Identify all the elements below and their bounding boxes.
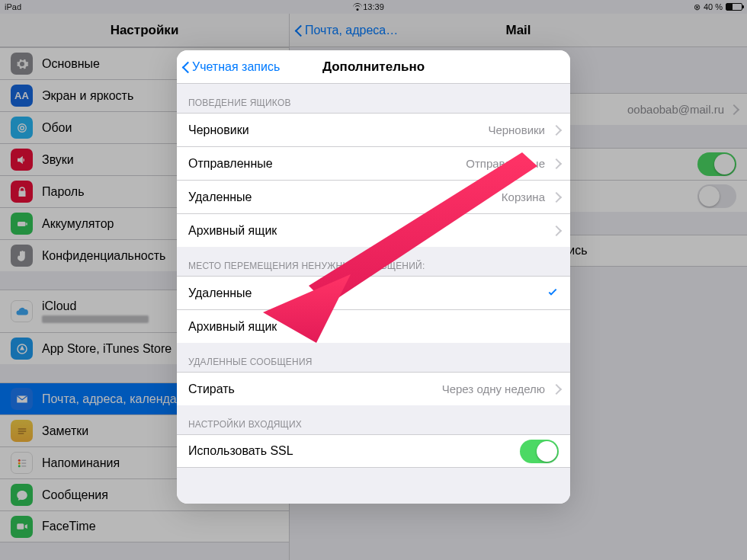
row-discard-archive[interactable]: Архивный ящик bbox=[177, 309, 570, 343]
modal-back-button[interactable]: Учетная запись bbox=[181, 59, 280, 75]
svg-rect-7 bbox=[18, 433, 24, 434]
section-move-discarded: Место перемещения ненужных сообщений: bbox=[177, 247, 570, 276]
svg-rect-13 bbox=[21, 466, 26, 467]
account-value: oobaobab@mail.ru bbox=[627, 103, 724, 116]
svg-rect-12 bbox=[21, 462, 26, 464]
detail-navbar: Почта, адреса… Mail bbox=[290, 14, 747, 47]
speaker-icon bbox=[11, 149, 33, 171]
chevron-right-icon bbox=[553, 192, 559, 203]
row-use-ssl[interactable]: Использовать SSL bbox=[177, 434, 570, 468]
svg-rect-5 bbox=[18, 428, 26, 430]
toggle-switch-off[interactable] bbox=[697, 184, 736, 208]
row-deleted[interactable]: Удаленные Корзина bbox=[177, 180, 570, 213]
text-size-icon: AA bbox=[11, 85, 33, 107]
sidebar-title: Настройки bbox=[111, 23, 179, 38]
sidebar-item-facetime[interactable]: FaceTime bbox=[0, 510, 289, 542]
notes-icon bbox=[11, 420, 33, 442]
lock-icon bbox=[11, 181, 33, 203]
row-discard-deleted[interactable]: Удаленные bbox=[177, 276, 570, 309]
reminders-icon bbox=[11, 452, 33, 474]
svg-rect-11 bbox=[21, 459, 26, 461]
row-archive[interactable]: Архивный ящик bbox=[177, 213, 570, 247]
modal-title: Дополнительно bbox=[322, 59, 425, 75]
chevron-right-icon bbox=[553, 384, 559, 395]
section-mailbox-behavior: Поведение ящиков bbox=[177, 84, 570, 113]
svg-point-0 bbox=[20, 126, 24, 130]
hand-icon bbox=[11, 245, 33, 267]
detail-title: Mail bbox=[505, 23, 531, 38]
advanced-modal: Учетная запись Дополнительно Поведение я… bbox=[177, 50, 570, 504]
battery-icon bbox=[726, 3, 742, 11]
row-drafts[interactable]: Черновики Черновики bbox=[177, 113, 570, 146]
chevron-right-icon bbox=[553, 125, 559, 136]
screen: iPad 13:39 ⊗ 40 % Настройки Основные bbox=[0, 0, 747, 560]
ssl-switch[interactable] bbox=[520, 440, 559, 463]
chevron-right-icon bbox=[730, 104, 736, 115]
detail-back-button[interactable]: Почта, адреса… bbox=[294, 23, 398, 38]
section-deleted-messages: Удаленные сообщения bbox=[177, 343, 570, 372]
svg-point-8 bbox=[18, 459, 20, 461]
cloud-icon bbox=[11, 300, 33, 322]
chevron-left-icon bbox=[294, 23, 303, 38]
messages-icon bbox=[11, 484, 33, 506]
mail-icon bbox=[11, 388, 33, 410]
battery-box-icon bbox=[11, 213, 33, 235]
chevron-left-icon bbox=[181, 59, 191, 75]
status-time: 13:39 bbox=[0, 2, 747, 11]
svg-rect-6 bbox=[18, 430, 26, 432]
chevron-right-icon bbox=[553, 226, 559, 236]
gear-icon bbox=[11, 53, 33, 75]
facetime-icon bbox=[11, 516, 33, 538]
svg-rect-14 bbox=[17, 523, 24, 530]
chevron-right-icon bbox=[553, 158, 559, 169]
row-sent[interactable]: Отправленные Отправленные bbox=[177, 146, 570, 180]
appstore-icon bbox=[11, 338, 33, 360]
svg-rect-3 bbox=[26, 222, 27, 225]
sidebar-navbar: Настройки bbox=[0, 14, 289, 47]
wallpaper-icon bbox=[11, 117, 33, 139]
svg-point-10 bbox=[18, 465, 20, 467]
svg-rect-2 bbox=[18, 222, 26, 226]
svg-point-1 bbox=[18, 123, 26, 132]
row-erase[interactable]: Стирать Через одну неделю bbox=[177, 372, 570, 405]
modal-navbar: Учетная запись Дополнительно bbox=[177, 50, 570, 84]
svg-point-9 bbox=[18, 462, 20, 464]
section-incoming-settings: Настройки входящих bbox=[177, 405, 570, 434]
toggle-switch-on[interactable] bbox=[697, 152, 736, 176]
icloud-account-blur bbox=[42, 315, 149, 323]
checkmark-icon bbox=[547, 286, 559, 301]
status-bar: iPad 13:39 ⊗ 40 % bbox=[0, 0, 747, 14]
